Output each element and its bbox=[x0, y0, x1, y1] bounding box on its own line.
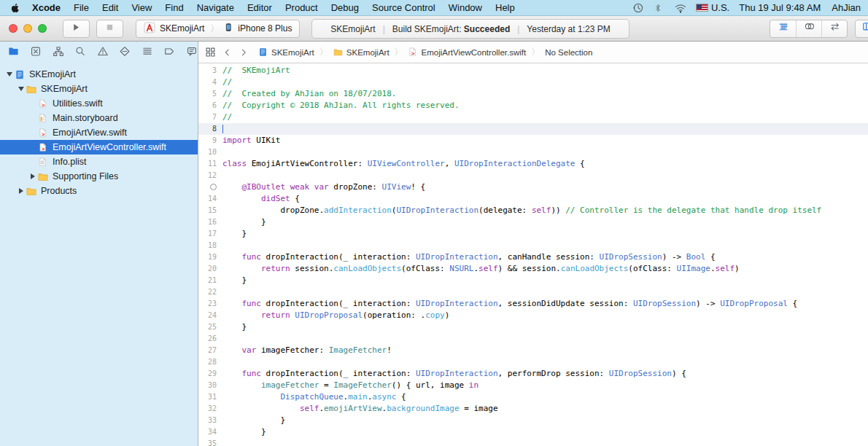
forward-icon[interactable] bbox=[239, 47, 249, 58]
menu-item-debug[interactable]: Debug bbox=[325, 0, 365, 16]
line-number[interactable]: 23 bbox=[198, 298, 222, 310]
line-number[interactable]: 29 bbox=[198, 368, 222, 380]
code-line-6[interactable]: 6// Copyright © 2018 AhJian. All rights … bbox=[198, 100, 868, 112]
tree-item-emojiartviewcontroller-swift[interactable]: EmojiArtViewController.swift bbox=[0, 140, 198, 154]
scheme-target[interactable]: SKEmojiArt bbox=[160, 23, 204, 34]
breadcrumb-item-4[interactable]: No Selection bbox=[545, 48, 592, 57]
code-text[interactable] bbox=[222, 333, 868, 345]
line-number[interactable]: 8 bbox=[198, 123, 222, 135]
code-text[interactable]: // Created by AhJian on 18/07/2018. bbox=[222, 88, 868, 100]
code-line-24[interactable]: 24 return UIDropProposal(operation: .cop… bbox=[198, 310, 868, 321]
code-text[interactable]: DispatchQueue.main.async { bbox=[222, 391, 868, 403]
code-line-28[interactable]: 28 bbox=[198, 356, 868, 368]
line-number[interactable]: 14 bbox=[198, 193, 222, 205]
code-text[interactable]: } bbox=[222, 415, 868, 426]
code-text[interactable] bbox=[222, 146, 868, 158]
line-number[interactable]: 10 bbox=[198, 146, 222, 158]
line-number[interactable]: 19 bbox=[198, 251, 222, 263]
standard-editor-button[interactable] bbox=[770, 20, 796, 37]
disclosure-closed-icon[interactable] bbox=[16, 188, 26, 194]
scheme-selector[interactable]: SKEmojiArt 〉 iPhone 8 Plus bbox=[136, 20, 300, 38]
tree-item-utilities-swift[interactable]: Utilities.swift bbox=[0, 96, 198, 111]
tree-item-emojiartview-swift[interactable]: EmojiArtView.swift bbox=[0, 125, 198, 140]
menu-item-product[interactable]: Product bbox=[279, 0, 325, 16]
run-button[interactable] bbox=[63, 20, 90, 38]
minimize-button[interactable] bbox=[23, 24, 32, 33]
code-line-31[interactable]: 31 DispatchQueue.main.async { bbox=[198, 391, 868, 403]
line-number[interactable]: 35 bbox=[198, 438, 222, 446]
code-text[interactable]: @IBOutlet weak var dropZone: UIView! { bbox=[222, 181, 868, 193]
code-text[interactable]: } bbox=[222, 321, 868, 333]
code-text[interactable] bbox=[222, 240, 868, 251]
code-line-26[interactable]: 26 bbox=[198, 333, 868, 345]
line-number[interactable]: 27 bbox=[198, 345, 222, 356]
code-line-33[interactable]: 33 } bbox=[198, 415, 868, 426]
code-text[interactable]: imageFetcher = ImageFetcher() { url, ima… bbox=[222, 380, 868, 391]
code-line-15[interactable]: 15 dropZone.addInteraction(UIDropInterac… bbox=[198, 205, 868, 216]
line-number[interactable]: 21 bbox=[198, 275, 222, 286]
disclosure-open-icon[interactable] bbox=[16, 87, 26, 91]
wifi-icon[interactable] bbox=[674, 2, 686, 14]
tree-item-info-plist[interactable]: Info.plist bbox=[0, 154, 198, 169]
code-line-19[interactable]: 19 func dropInteraction(_ interaction: U… bbox=[198, 251, 868, 263]
code-line-20[interactable]: 20 return session.canLoadObjects(ofClass… bbox=[198, 263, 868, 275]
debug-navigator-tab[interactable] bbox=[142, 47, 154, 59]
line-number[interactable]: 30 bbox=[198, 380, 222, 391]
code-text[interactable] bbox=[222, 123, 868, 135]
code-line-9[interactable]: 9import UIKit bbox=[198, 135, 868, 146]
code-text[interactable]: // Copyright © 2018 AhJian. All rights r… bbox=[222, 100, 868, 112]
line-number[interactable]: 17 bbox=[198, 228, 222, 240]
code-line-5[interactable]: 5// Created by AhJian on 18/07/2018. bbox=[198, 88, 868, 100]
disclosure-closed-icon[interactable] bbox=[28, 173, 37, 179]
code-line-34[interactable]: 34 } bbox=[198, 426, 868, 438]
version-editor-button[interactable] bbox=[821, 20, 847, 37]
code-line-13[interactable]: @IBOutlet weak var dropZone: UIView! { bbox=[198, 181, 868, 193]
code-text[interactable]: var imageFetcher: ImageFetcher! bbox=[222, 345, 868, 356]
time-machine-icon[interactable] bbox=[632, 2, 644, 14]
code-line-35[interactable]: 35 bbox=[198, 438, 868, 446]
code-text[interactable]: // SKEmojiArt bbox=[222, 65, 868, 77]
code-line-4[interactable]: 4// bbox=[198, 77, 868, 88]
close-button[interactable] bbox=[9, 24, 18, 33]
code-line-18[interactable]: 18 bbox=[198, 240, 868, 251]
code-text[interactable] bbox=[222, 438, 868, 446]
menu-item-editor[interactable]: Editor bbox=[241, 0, 279, 16]
apple-icon[interactable] bbox=[10, 2, 21, 14]
stop-button[interactable] bbox=[96, 20, 123, 38]
line-number[interactable]: 28 bbox=[198, 356, 222, 368]
tree-item-products[interactable]: Products bbox=[0, 184, 198, 198]
code-text[interactable]: dropZone.addInteraction(UIDropInteractio… bbox=[222, 205, 868, 216]
code-text[interactable]: self.emojiArtView.backgroundImage = imag… bbox=[222, 403, 868, 415]
outlet-circle-icon[interactable] bbox=[210, 184, 217, 190]
assistant-editor-button[interactable] bbox=[796, 20, 821, 37]
line-number[interactable]: 15 bbox=[198, 205, 222, 216]
line-number[interactable]: 3 bbox=[198, 65, 222, 77]
code-text[interactable]: } bbox=[222, 216, 868, 228]
source-control-navigator-tab[interactable] bbox=[30, 47, 42, 59]
navigator-toggle-button[interactable] bbox=[855, 20, 868, 38]
code-line-11[interactable]: 11class EmojiArtViewController: UIViewCo… bbox=[198, 158, 868, 170]
line-number[interactable]: 5 bbox=[198, 88, 222, 100]
code-text[interactable]: // bbox=[222, 77, 868, 88]
input-source-menu[interactable]: U.S. bbox=[696, 2, 729, 13]
code-text[interactable] bbox=[222, 356, 868, 368]
code-text[interactable]: } bbox=[222, 228, 868, 240]
code-text[interactable]: } bbox=[222, 275, 868, 286]
line-number[interactable]: 26 bbox=[198, 333, 222, 345]
breadcrumb-item-1[interactable]: SKEmojiArt bbox=[258, 47, 314, 57]
code-text[interactable] bbox=[222, 286, 868, 298]
menu-item-window[interactable]: Window bbox=[442, 0, 489, 16]
code-line-12[interactable]: 12 bbox=[198, 170, 868, 181]
code-text[interactable]: func dropInteraction(_ interaction: UIDr… bbox=[222, 298, 868, 310]
code-text[interactable]: class EmojiArtViewController: UIViewCont… bbox=[222, 158, 868, 170]
line-number[interactable]: 31 bbox=[198, 391, 222, 403]
code-text[interactable]: func dropInteraction(_ interaction: UIDr… bbox=[222, 251, 868, 263]
code-text[interactable]: func dropInteraction(_ interaction: UIDr… bbox=[222, 368, 868, 380]
breadcrumb-item-2[interactable]: SKEmojiArt bbox=[333, 47, 390, 57]
code-line-25[interactable]: 25 } bbox=[198, 321, 868, 333]
menu-item-source-control[interactable]: Source Control bbox=[365, 0, 442, 16]
report-navigator-tab[interactable] bbox=[186, 47, 198, 59]
code-line-3[interactable]: 3// SKEmojiArt bbox=[198, 65, 868, 77]
line-number[interactable]: 6 bbox=[198, 100, 222, 112]
menu-item-view[interactable]: View bbox=[125, 0, 158, 16]
